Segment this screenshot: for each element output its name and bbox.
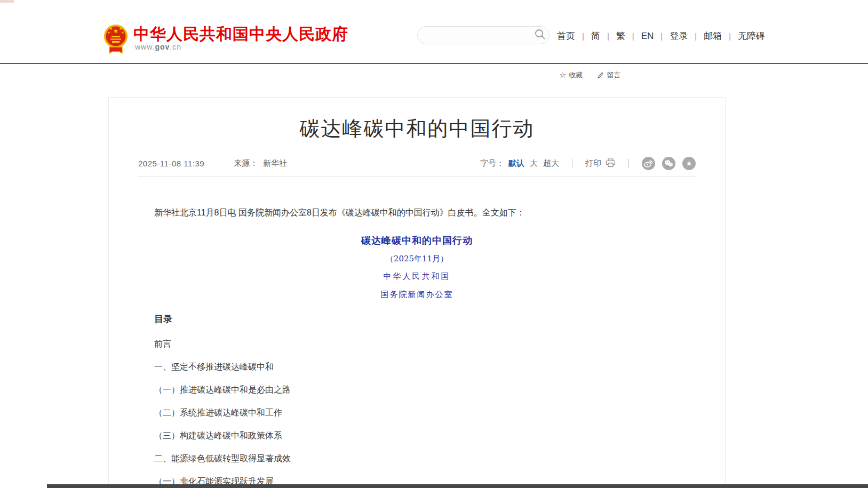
- doc-title: 碳达峰碳中和的中国行动: [138, 234, 696, 247]
- site-url-suffix: .cn: [170, 43, 181, 51]
- nav-accessibility[interactable]: 无障碍: [731, 30, 772, 42]
- wechat-icon[interactable]: [662, 157, 675, 170]
- toc-item: （二）系统推进碳达峰碳中和工作: [154, 409, 680, 417]
- message-label: 留言: [607, 70, 620, 80]
- meta-separator: [628, 159, 629, 168]
- toc-item: 二、能源绿色低碳转型取得显著成效: [154, 454, 680, 463]
- pencil-icon: [596, 71, 604, 80]
- search-box[interactable]: [417, 26, 550, 44]
- svg-text:★: ★: [113, 28, 118, 34]
- star-outline-icon: ☆: [559, 70, 566, 80]
- favorite-label: 收藏: [569, 70, 583, 80]
- national-emblem-logo: ★ ★ ★ ★ ★: [103, 22, 129, 55]
- site-header: ★ ★ ★ ★ ★ 中华人民共和国中央人民政府 www.gov.cn 首页 | …: [0, 0, 868, 63]
- article-body: 新华社北京11月8日电 国务院新闻办公室8日发布《碳达峰碳中和的中国行动》白皮书…: [138, 177, 696, 486]
- fontsize-default-button[interactable]: 默认: [508, 158, 524, 169]
- fontsize-xlarge-button[interactable]: 超大: [543, 158, 559, 169]
- share-icons: ★: [642, 157, 696, 170]
- bottom-section-edge: [47, 484, 868, 488]
- fontsize-large-button[interactable]: 大: [530, 158, 538, 169]
- doc-date: （2025年11月）: [138, 254, 696, 264]
- toc-heading: 目录: [154, 313, 680, 325]
- print-label: 打印: [585, 158, 601, 169]
- search-button[interactable]: [531, 26, 549, 44]
- nav-separator: |: [632, 31, 634, 41]
- svg-text:★: ★: [109, 27, 112, 30]
- svg-text:★: ★: [121, 31, 124, 34]
- publish-date: 2025-11-08 11:39: [138, 159, 204, 168]
- print-button[interactable]: 打印: [585, 158, 616, 169]
- star-share-icon[interactable]: ★: [682, 157, 696, 170]
- printer-icon: [606, 158, 616, 169]
- toc-item: 一、坚定不移推进碳达峰碳中和: [154, 363, 680, 371]
- nav-separator: |: [729, 31, 731, 41]
- source-value: 新华社: [263, 158, 287, 169]
- doc-org-line2: 国务院新闻办公室: [138, 290, 696, 300]
- page-tools: ☆ 收藏 留言: [559, 70, 620, 80]
- lead-paragraph: 新华社北京11月8日电 国务院新闻办公室8日发布《碳达峰碳中和的中国行动》白皮书…: [154, 206, 680, 219]
- header-divider-line: [0, 63, 868, 64]
- search-input[interactable]: [418, 27, 531, 44]
- source-label: 来源：: [234, 158, 258, 169]
- doc-org-line1: 中华人民共和国: [138, 271, 696, 282]
- meta-separator: [572, 159, 572, 168]
- nav-login[interactable]: 登录: [663, 30, 695, 42]
- site-title: 中华人民共和国中央人民政府: [133, 23, 348, 45]
- article-card: 碳达峰碳中和的中国行动 2025-11-08 11:39 来源： 新华社 字号：…: [108, 97, 726, 488]
- nav-home[interactable]: 首页: [557, 30, 582, 42]
- fontsize-label: 字号：: [480, 158, 504, 169]
- site-url-domain: gov: [155, 43, 170, 51]
- favorite-button[interactable]: ☆ 收藏: [559, 70, 583, 80]
- nav-separator: |: [695, 31, 697, 41]
- corner-artifact: [0, 0, 14, 3]
- svg-text:★: ★: [686, 160, 692, 168]
- toc-item: （三）构建碳达峰碳中和政策体系: [154, 431, 680, 440]
- message-button[interactable]: 留言: [596, 70, 620, 80]
- meta-right: 字号： 默认 大 超大 打印: [480, 157, 696, 170]
- nav-english[interactable]: EN: [634, 31, 661, 42]
- svg-text:★: ★: [107, 31, 110, 34]
- search-icon: [535, 29, 546, 42]
- weibo-icon[interactable]: [642, 157, 655, 170]
- svg-text:★: ★: [119, 27, 122, 30]
- nav-traditional[interactable]: 繁: [609, 30, 632, 42]
- site-url: www.gov.cn: [135, 43, 181, 51]
- toc-item: （一）推进碳达峰碳中和是必由之路: [154, 386, 680, 394]
- toc-item: 前言: [154, 340, 680, 348]
- site-url-prefix: www.: [135, 43, 155, 51]
- meta-left: 2025-11-08 11:39 来源： 新华社: [138, 158, 287, 169]
- nav-simplified[interactable]: 简: [584, 30, 607, 42]
- top-nav: 首页 | 简 | 繁 | EN | 登录 | 邮箱 | 无障碍: [557, 30, 772, 42]
- nav-separator: |: [660, 31, 663, 41]
- nav-separator: |: [607, 31, 609, 41]
- article-meta-row: 2025-11-08 11:39 来源： 新华社 字号： 默认 大 超大 打印: [138, 151, 696, 177]
- nav-separator: |: [582, 31, 584, 41]
- nav-mail[interactable]: 邮箱: [697, 30, 729, 42]
- article-title: 碳达峰碳中和的中国行动: [109, 115, 725, 142]
